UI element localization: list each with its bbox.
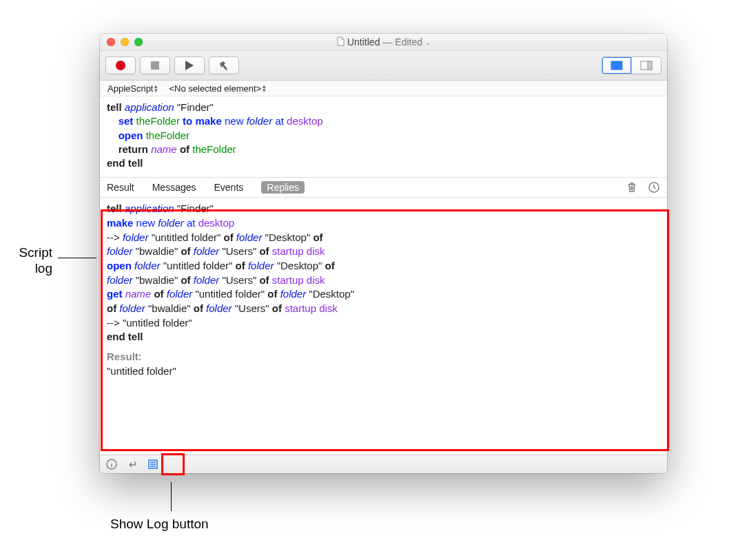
- show-log-button[interactable]: [147, 458, 159, 470]
- log-icon: [147, 458, 159, 470]
- window-controls: [100, 38, 143, 46]
- annotation-line: [58, 258, 96, 258]
- insert-return-button[interactable]: [126, 458, 138, 470]
- element-popup[interactable]: <No selected element> ▴▾: [165, 83, 269, 94]
- result-value: "untitled folder": [107, 364, 660, 379]
- svg-rect-0: [611, 61, 622, 70]
- log-pane: ResultMessagesEventsReplies tell applica…: [100, 178, 667, 455]
- statusbar: [100, 455, 667, 473]
- main-view-icon: [610, 61, 623, 70]
- result-header: Result:: [107, 350, 660, 364]
- toolbar: [100, 51, 667, 81]
- log-tabs: ResultMessagesEventsReplies: [100, 178, 667, 198]
- log-history-button[interactable]: [648, 181, 660, 194]
- navigation-bar: AppleScript ▴▾ <No selected element> ▴▾: [100, 81, 667, 96]
- log-tab-result[interactable]: Result: [107, 182, 134, 193]
- split-view-icon: [640, 61, 653, 70]
- language-popup[interactable]: AppleScript ▴▾: [104, 83, 161, 94]
- svg-rect-2: [648, 61, 652, 70]
- trash-icon: [626, 181, 638, 194]
- return-icon: [126, 458, 138, 470]
- script-source-editor[interactable]: tell application "Finder" set theFolder …: [100, 96, 667, 178]
- description-button[interactable]: [105, 458, 118, 470]
- document-icon: [336, 37, 345, 48]
- record-button[interactable]: [105, 56, 136, 74]
- stop-button[interactable]: [140, 56, 170, 74]
- clear-log-button[interactable]: [626, 181, 638, 194]
- titlebar: Untitled — Edited ⌄: [100, 34, 667, 51]
- annotation-line: [171, 482, 172, 511]
- show-main-view-button[interactable]: [602, 56, 632, 74]
- zoom-window-button[interactable]: [134, 38, 143, 46]
- highlight-show-log-button: [161, 453, 185, 475]
- info-icon: [105, 458, 118, 470]
- record-icon: [116, 61, 125, 70]
- compile-button[interactable]: [209, 56, 239, 74]
- log-tab-events[interactable]: Events: [214, 182, 244, 193]
- stepper-icon: ▴▾: [263, 84, 266, 92]
- window-title: Untitled: [347, 37, 380, 48]
- log-tab-replies[interactable]: Replies: [261, 181, 305, 194]
- window-title-suffix: — Edited: [382, 37, 422, 48]
- minimize-window-button[interactable]: [121, 38, 129, 46]
- annotation-show-log: Show Log button: [110, 517, 209, 532]
- log-body: tell application "Finder" make new folde…: [100, 198, 667, 455]
- play-icon: [185, 61, 194, 70]
- annotation-script-log: Script log: [11, 245, 52, 277]
- log-tab-messages[interactable]: Messages: [152, 182, 196, 193]
- script-editor-window: Untitled — Edited ⌄ AppleScript ▴▾ <: [100, 34, 667, 473]
- hammer-icon: [218, 60, 229, 71]
- run-button[interactable]: [174, 56, 205, 74]
- stepper-icon: ▴▾: [154, 84, 158, 92]
- close-window-button[interactable]: [107, 38, 115, 46]
- chevron-down-icon[interactable]: ⌄: [425, 39, 431, 46]
- clock-icon: [648, 181, 660, 194]
- stop-icon: [151, 61, 159, 70]
- show-split-view-button[interactable]: [631, 56, 661, 74]
